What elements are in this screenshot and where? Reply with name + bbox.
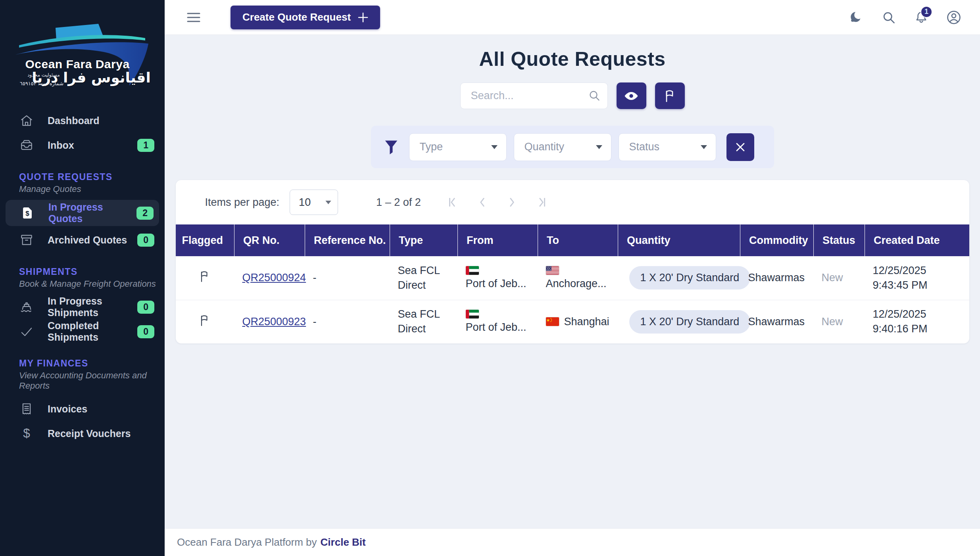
- next-page-button[interactable]: [505, 196, 519, 209]
- from-port-label: Port of Jeb...: [466, 321, 527, 334]
- app-window: Ocean Fara Darya اقیانوس فرا دریا مسئولی…: [0, 0, 980, 556]
- quantity-filter-select[interactable]: Quantity: [514, 133, 611, 161]
- sidebar-item-label: Receipt Vouchers: [48, 428, 154, 439]
- sidebar-item-label: In Progress Shipments: [48, 295, 137, 318]
- create-quote-request-button[interactable]: Create Quote Request: [231, 6, 380, 29]
- header-quantity: Quantity: [618, 224, 740, 256]
- page-content: All Quote Requests Type: [165, 35, 980, 528]
- brand-registration-arabic: شماره ثبت: ٦٥٩١٥٣: [16, 81, 67, 86]
- first-page-button[interactable]: [446, 196, 460, 209]
- created-date-cell: 12/25/2025 9:43:45 PM: [873, 263, 969, 293]
- pagination-bar: Items per page: 10 1 – 2 of 2: [176, 180, 969, 224]
- items-per-page-value: 10: [299, 196, 311, 209]
- type-cell: Sea FCL Direct: [398, 263, 458, 293]
- account-button[interactable]: [946, 10, 962, 25]
- eye-icon: [623, 90, 639, 102]
- items-per-page-select[interactable]: 10: [290, 190, 338, 215]
- notification-count-badge: 1: [920, 6, 932, 18]
- sidebar-item-inbox[interactable]: Inbox 1: [0, 133, 165, 157]
- in-progress-quotes-badge: 2: [136, 207, 154, 220]
- table-header-row: Flagged QR No. Reference No. Type From T…: [176, 224, 969, 256]
- last-page-icon: [535, 196, 547, 208]
- sidebar-item-completed-shipments[interactable]: Completed Shipments 0: [0, 319, 165, 344]
- footer-circle-bit-link[interactable]: Circle Bit: [321, 536, 366, 548]
- search-input-icon: [588, 89, 601, 102]
- header-status: Status: [814, 224, 865, 256]
- chevron-down-icon: [491, 145, 498, 149]
- status-filter-select[interactable]: Status: [619, 133, 716, 161]
- clear-filters-button[interactable]: [726, 133, 754, 161]
- search-icon: [882, 10, 896, 25]
- inbox-count-badge: 1: [137, 139, 154, 152]
- brand-legal-arabic: مسئولیت محدود: [24, 72, 63, 78]
- to-cell: Anchorage...: [546, 266, 618, 290]
- sidebar-item-invoices[interactable]: Invoices: [0, 397, 165, 421]
- search-button[interactable]: [881, 10, 897, 25]
- archive-icon: [19, 233, 34, 247]
- chevron-down-icon: [596, 145, 602, 149]
- type-cell: Sea FCL Direct: [398, 307, 458, 336]
- topbar: Create Quote Request 1: [165, 0, 980, 35]
- usa-flag-icon: [546, 266, 559, 275]
- header-type: Type: [390, 224, 458, 256]
- page-title: All Quote Requests: [165, 48, 980, 71]
- section-title-shipments: SHIPMENTS: [19, 266, 165, 277]
- search-box: [460, 82, 608, 109]
- person-circle-icon: [946, 10, 961, 25]
- filter-bar: Type Quantity Status: [371, 126, 774, 168]
- type-filter-select[interactable]: Type: [409, 133, 507, 161]
- commodity-cell: Shawarmas: [740, 300, 814, 343]
- section-subtitle-my-finances: View Accounting Documents and Reports: [19, 370, 165, 391]
- qr-number-link[interactable]: QR25000924: [242, 272, 306, 284]
- hamburger-icon: [187, 12, 200, 23]
- type-filter-label: Type: [420, 141, 443, 153]
- toggle-visibility-button[interactable]: [617, 82, 646, 109]
- notifications-button[interactable]: 1: [913, 10, 929, 25]
- search-input[interactable]: [460, 82, 608, 109]
- sidebar-item-dashboard[interactable]: Dashboard: [0, 108, 165, 133]
- sidebar-item-label: Completed Shipments: [48, 320, 137, 343]
- sidebar-item-receipt-vouchers[interactable]: $ Receipt Vouchers: [0, 421, 165, 446]
- created-date-cell: 12/25/2025 9:40:16 PM: [873, 307, 969, 336]
- moon-icon: [849, 10, 864, 25]
- sidebar-item-label: Dashboard: [48, 115, 154, 127]
- quote-requests-table-card: Items per page: 10 1 – 2 of 2: [176, 180, 969, 343]
- pagination-controls: [446, 196, 548, 209]
- from-port-label: Port of Jeb...: [466, 278, 527, 290]
- row-flag-toggle-icon[interactable]: [199, 314, 211, 327]
- sidebar-item-in-progress-shipments[interactable]: In Progress Shipments 0: [0, 295, 165, 319]
- sidebar-item-archived-quotes[interactable]: Archived Quotes 0: [0, 228, 165, 252]
- brand-name: Ocean Fara Darya: [0, 58, 155, 71]
- sidebar-item-in-progress-quotes[interactable]: $ In Progress Quotes 2: [6, 200, 159, 226]
- header-to: To: [538, 224, 618, 256]
- to-cell: Shanghai: [546, 316, 618, 328]
- quantity-chip: 1 X 20' Dry Standard: [629, 266, 751, 290]
- menu-toggle-button[interactable]: [184, 8, 203, 27]
- sidebar-item-label: In Progress Quotes: [48, 201, 136, 224]
- section-title-my-finances: MY FINANCES: [19, 358, 165, 369]
- status-badge: New: [822, 272, 843, 284]
- checkmark-icon: [19, 325, 34, 338]
- home-icon: [19, 114, 34, 127]
- chevron-right-icon: [506, 196, 518, 208]
- chevron-left-icon: [477, 196, 488, 208]
- flag-filter-button[interactable]: [655, 82, 685, 109]
- header-reference-no: Reference No.: [305, 224, 390, 256]
- qr-number-link[interactable]: QR25000923: [242, 316, 306, 328]
- theme-toggle-button[interactable]: [848, 10, 864, 25]
- footer-text: Ocean Fara Darya Platform by: [177, 536, 317, 548]
- inbox-icon: [19, 138, 34, 152]
- china-flag-icon: [546, 317, 559, 326]
- table-row: QR25000924 - Sea FCL Direct Port of Jeb.…: [176, 256, 969, 300]
- create-quote-request-label: Create Quote Request: [242, 11, 351, 23]
- topbar-actions: 1: [848, 10, 962, 25]
- svg-text:$: $: [23, 427, 30, 440]
- table-row: QR25000923 - Sea FCL Direct Port of Jeb.…: [176, 300, 969, 343]
- previous-page-button[interactable]: [476, 196, 489, 209]
- chevron-down-icon: [701, 145, 707, 149]
- row-flag-toggle-icon[interactable]: [199, 270, 211, 283]
- invoice-receipt-icon: [19, 402, 34, 416]
- last-page-button[interactable]: [534, 196, 548, 209]
- quantity-filter-label: Quantity: [525, 141, 565, 153]
- svg-text:$: $: [25, 210, 29, 217]
